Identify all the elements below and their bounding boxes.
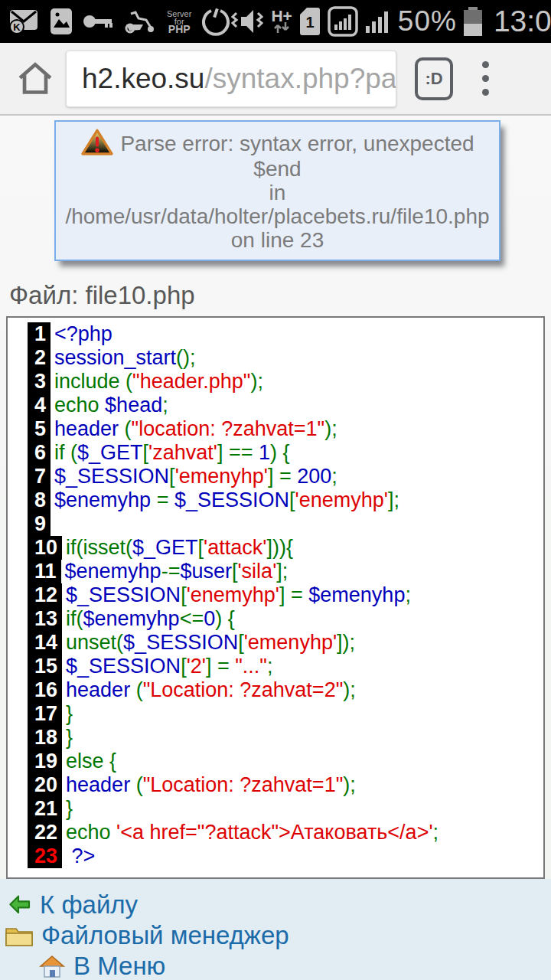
code-text: else { [66, 750, 116, 773]
home-icon [14, 57, 57, 100]
kebab-dot [482, 89, 489, 96]
line-number: 3 [28, 370, 51, 394]
code-text: <?php [54, 322, 112, 345]
code-line: 11$enemyhp-=$user['sila']; [28, 560, 540, 583]
line-number: 6 [28, 441, 51, 465]
code-line: 3include ("header.php"); [28, 370, 540, 394]
code-listing: 1<?php2session_start();3include ("header… [6, 316, 545, 879]
code-line: 17} [28, 702, 540, 726]
code-line: 12$_SESSION['enemyhp'] = $emenyhp; [28, 583, 540, 607]
parse-error-box: Parse error: syntax error, unexpected $e… [54, 120, 500, 261]
line-number: 14 [28, 631, 62, 655]
kebab-dot [482, 75, 489, 82]
code-text: ?> [66, 844, 95, 867]
k-mail-icon: K [8, 8, 40, 34]
hplus-updown-icon: H+ [271, 10, 292, 33]
line-number: 20 [28, 773, 62, 797]
code-line: 2session_start(); [28, 346, 540, 370]
code-lines: 1<?php2session_start();3include ("header… [28, 322, 540, 868]
line-number: 2 [28, 346, 51, 370]
power-timer-icon [201, 7, 230, 36]
line-number: 9 [28, 512, 51, 536]
code-text: } [66, 702, 73, 725]
home-menu-icon [38, 953, 66, 979]
code-line: 6if ($_GET['zahvat'] == 1) { [28, 441, 540, 465]
status-bar-right: H+ 1 50% 13:08 [230, 5, 551, 38]
code-line: 8$enemyhp = $_SESSION['enemyhp']; [28, 488, 540, 512]
file-label: Файл: file10.php [9, 281, 551, 310]
code-line: 5header ("location: ?zahvat=1"); [28, 417, 540, 441]
line-number: 22 [28, 821, 62, 844]
code-text: $enemyhp-=$user['sila']; [65, 560, 289, 583]
code-text: echo $head; [54, 394, 168, 416]
page-content: Parse error: syntax error, unexpected $e… [0, 116, 551, 879]
back-arrow-icon [8, 893, 32, 917]
kebab-dot [482, 61, 489, 68]
warning-icon [80, 128, 114, 157]
battery-icon [464, 7, 482, 36]
mute-vibrate-icon [230, 7, 264, 36]
url-bar[interactable]: h2.keo.su/syntax.php?patl [66, 51, 396, 107]
error-line-1: Parse error: syntax error, unexpected $e… [59, 128, 496, 181]
link-label: К файлу [40, 890, 138, 920]
link-to-menu[interactable]: В Меню [0, 951, 551, 980]
mobile-data-icon [328, 6, 358, 37]
motorcycle-icon [123, 9, 157, 34]
code-text: header ("location: ?zahvat=1"); [54, 417, 337, 440]
code-text: header ("Location: ?zahvat=1"); [66, 773, 356, 796]
svg-text:K: K [13, 21, 21, 33]
line-number: 1 [28, 322, 51, 346]
code-text: header ("Location: ?zahvat=2"); [66, 678, 356, 701]
code-text: $_SESSION['emenyhp'] = 200; [54, 465, 337, 488]
home-button[interactable] [11, 57, 60, 100]
gallery-icon [50, 8, 73, 35]
code-line: 15$_SESSION['2'] = "..."; [28, 655, 540, 678]
line-number: 16 [28, 678, 62, 702]
link-file-manager[interactable]: Файловый менеджер [0, 920, 551, 951]
code-line: 9 [28, 512, 540, 536]
status-bar-left: K Server for PHP [8, 7, 230, 36]
code-line: 19else { [28, 750, 540, 773]
line-number: 18 [28, 726, 62, 750]
browser-menu-button[interactable] [478, 57, 494, 100]
code-text: if(isset($_GET['attack'])){ [66, 536, 293, 559]
sim1-icon: 1 [299, 7, 321, 36]
status-bar: K Server for PHP [0, 0, 551, 43]
code-line: 7$_SESSION['emenyhp'] = 200; [28, 465, 540, 488]
tab-switcher-button[interactable]: :D [415, 57, 453, 100]
code-line: 18} [28, 726, 540, 750]
code-line: 1<?php [28, 322, 540, 346]
key-icon [83, 13, 113, 30]
line-number: 21 [28, 797, 62, 821]
code-text: echo '<a href="?attack">Атаковать</a>'; [66, 821, 439, 844]
code-text: if ($_GET['zahvat'] == 1) { [54, 441, 290, 464]
link-to-file[interactable]: К файлу [0, 890, 551, 920]
line-number: 17 [28, 702, 62, 726]
line-number: 23 [28, 844, 62, 868]
line-number: 11 [28, 560, 61, 583]
url-path: /syntax.php?patl [204, 63, 396, 95]
code-text: session_start(); [54, 346, 196, 369]
server-for-php-icon: Server for PHP [167, 10, 191, 33]
battery-percent: 50% [398, 5, 457, 38]
code-line: 14unset($_SESSION['emenyhp']); [28, 631, 540, 655]
line-number: 12 [28, 583, 62, 607]
signal-strength-icon [365, 9, 391, 34]
clock: 13:08 [494, 5, 551, 38]
code-line: 22echo '<a href="?attack">Атаковать</a>'… [28, 821, 540, 844]
error-line-2: in [59, 181, 496, 204]
code-line: 21} [28, 797, 540, 821]
line-number: 5 [28, 417, 51, 441]
line-number: 4 [28, 394, 51, 417]
line-number: 10 [28, 536, 62, 560]
code-text: $enemyhp = $_SESSION['enemyhp']; [54, 488, 399, 511]
error-line-3: /home/usr/data/holter/placebets.ru/file1… [59, 204, 496, 228]
android-screen: K Server for PHP [0, 0, 551, 980]
line-number: 7 [28, 465, 51, 488]
line-number: 13 [28, 607, 62, 631]
code-text: } [66, 726, 73, 749]
browser-toolbar: h2.keo.su/syntax.php?patl :D [0, 43, 551, 116]
tab-switcher-label: :D [425, 69, 442, 89]
link-label: В Меню [73, 952, 165, 980]
code-line: 20header ("Location: ?zahvat=1"); [28, 773, 540, 797]
